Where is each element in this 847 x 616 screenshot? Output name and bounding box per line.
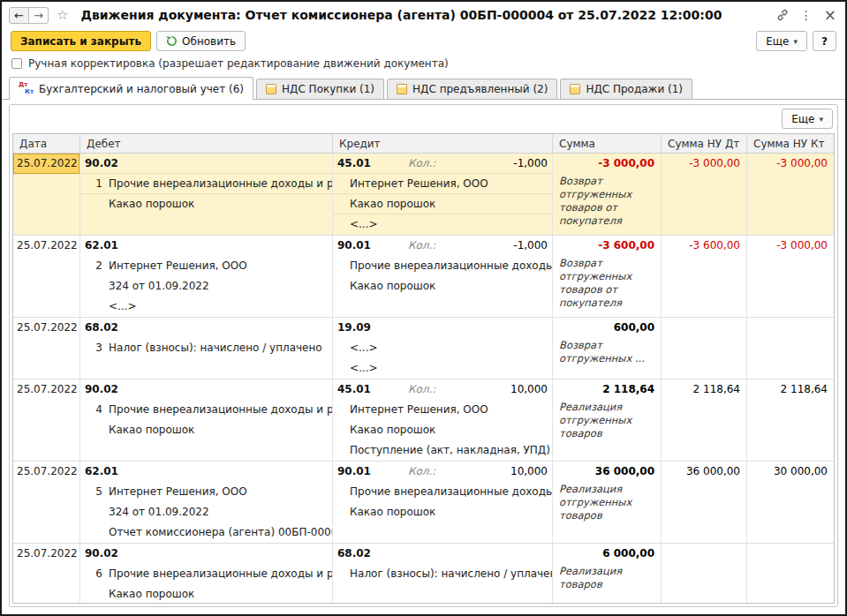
close-icon[interactable]: × xyxy=(824,8,836,23)
tab-3[interactable]: НДС предъявленный (2) xyxy=(387,79,557,99)
debit-detail: 5Интернет Решения, ООО xyxy=(80,482,332,502)
tab-2[interactable]: НДС Покупки (1) xyxy=(256,79,384,99)
more-label: Еще xyxy=(766,35,789,48)
debit-detail-text: Интернет Решения, ООО xyxy=(109,259,247,272)
debit-cell[interactable]: 90.021Прочие внереализационные доходы и … xyxy=(80,154,333,235)
refresh-button[interactable]: Обновить xyxy=(156,31,246,51)
column-header-1[interactable]: Дата xyxy=(13,134,80,153)
date-cell[interactable]: 25.07.2022 xyxy=(13,154,80,235)
debit-detail: 3Налог (взносы): начислено / уплачено xyxy=(80,338,332,358)
debit-cell[interactable]: 90.026Прочие внереализационные доходы и … xyxy=(80,544,333,603)
tab-4[interactable]: НДС Продажи (1) xyxy=(560,79,692,99)
row-number: 6 xyxy=(85,564,102,584)
debit-detail: 4Прочие внереализационные доходы и расхо… xyxy=(80,400,332,420)
toolbar: Записать и закрыть Обновить Еще ▾ ? xyxy=(2,28,845,54)
sum-nu-dt-cell[interactable]: 36 000,00 xyxy=(662,462,747,543)
credit-cell[interactable]: 19.09<...><...> xyxy=(333,318,553,379)
column-header-3[interactable]: Кредит xyxy=(333,134,553,153)
date-cell[interactable]: 25.07.2022 xyxy=(13,544,80,603)
credit-cell[interactable]: 90.01Кол.:-1,000Прочие внереализационные… xyxy=(333,236,553,317)
sum-value: -3 600,00 xyxy=(553,236,661,256)
column-header-2[interactable]: Дебет xyxy=(80,134,333,153)
date-cell[interactable]: 25.07.2022 xyxy=(13,236,80,317)
debit-account: 68.02 xyxy=(80,318,332,338)
table-row[interactable]: 25.07.202262.015Интернет Решения, ООО324… xyxy=(13,462,834,544)
credit-detail: Прочие внереализационные доходы и расход… xyxy=(333,482,552,502)
debit-cell[interactable]: 62.015Интернет Решения, ООО324 от 01.09.… xyxy=(80,462,333,543)
more-label: Еще xyxy=(791,113,814,125)
quantity-value: 10,000 xyxy=(435,462,548,482)
column-header-4[interactable]: Сумма xyxy=(553,134,662,153)
sum-cell[interactable]: 600,00Возврат отгруженных ... xyxy=(553,318,662,379)
date-cell[interactable]: 25.07.2022 xyxy=(13,318,80,379)
menu-dots-icon[interactable]: ⋮ xyxy=(800,9,813,21)
sum-nu-kt-cell[interactable]: -3 000,00 xyxy=(747,236,834,317)
sum-nu-kt-cell[interactable] xyxy=(747,544,834,603)
table-command-bar: Еще ▾ xyxy=(12,109,835,133)
date-value: 25.07.2022 xyxy=(13,154,79,174)
more-button-table[interactable]: Еще ▾ xyxy=(782,109,833,129)
credit-cell[interactable]: 90.01Кол.:10,000Прочие внереализационные… xyxy=(333,462,553,543)
sum-nu-dt-cell[interactable] xyxy=(662,544,747,603)
sum-nu-kt-cell[interactable]: 2 118,64 xyxy=(747,379,834,461)
operation-comment: Реализация отгруженных товаров xyxy=(553,400,661,442)
movements-table: ДатаДебетКредитСуммаСумма НУ ДтСумма НУ … xyxy=(12,133,835,604)
forward-button[interactable]: → xyxy=(28,7,49,24)
credit-cell[interactable]: 45.01Кол.:10,000Интернет Решения, ОООКак… xyxy=(333,379,553,461)
debit-account: 90.02 xyxy=(80,379,332,400)
sum-nu-dt-cell[interactable]: -3 000,00 xyxy=(662,154,747,235)
sum-nu-dt-value: -3 000,00 xyxy=(662,154,746,174)
debit-cell[interactable]: 68.023Налог (взносы): начислено / уплаче… xyxy=(80,318,333,379)
manual-correction-row: Ручная корректировка (разрешает редактир… xyxy=(2,54,845,72)
credit-account-line: 19.09 xyxy=(333,318,552,338)
debit-credit-icon: ДтКт xyxy=(19,82,34,95)
tab-1[interactable]: ДтКтБухгалтерский и налоговый учет (6) xyxy=(9,77,253,100)
document-icon xyxy=(570,84,580,94)
table-row[interactable]: 25.07.202290.021Прочие внереализационные… xyxy=(13,154,834,236)
sum-cell[interactable]: 2 118,64Реализация отгруженных товаров xyxy=(553,379,662,461)
manual-correction-checkbox[interactable] xyxy=(11,58,22,69)
column-header-5[interactable]: Сумма НУ Дт xyxy=(662,134,747,153)
get-link-icon[interactable] xyxy=(776,9,789,21)
document-icon xyxy=(397,84,407,94)
more-button-top[interactable]: Еще ▾ xyxy=(756,31,807,51)
sum-nu-kt-value: 30 000,00 xyxy=(747,462,834,482)
debit-cell[interactable]: 90.024Прочие внереализационные доходы и … xyxy=(80,379,333,461)
row-number: 2 xyxy=(85,256,102,276)
sum-nu-dt-cell[interactable]: 2 118,64 xyxy=(662,379,747,461)
credit-cell[interactable]: 68.02Налог (взносы): начислено / уплачен… xyxy=(333,544,553,603)
date-cell[interactable]: 25.07.2022 xyxy=(13,462,80,543)
sum-nu-dt-cell[interactable]: -3 600,00 xyxy=(662,236,747,317)
table-row[interactable]: 25.07.202268.023Налог (взносы): начислен… xyxy=(13,318,834,379)
sum-value: 2 118,64 xyxy=(553,379,661,400)
save-close-button[interactable]: Записать и закрыть xyxy=(11,31,151,51)
back-button[interactable]: ← xyxy=(9,7,29,24)
tab-label: НДС Продажи (1) xyxy=(586,83,683,95)
tab-content-box: Еще ▾ ДатаДебетКредитСуммаСумма НУ ДтСум… xyxy=(9,104,838,607)
table-row[interactable]: 25.07.202290.024Прочие внереализационные… xyxy=(13,379,834,462)
table-header: ДатаДебетКредитСуммаСумма НУ ДтСумма НУ … xyxy=(13,134,834,154)
kt-glyph: Кт xyxy=(25,89,34,95)
titlebar-actions: ⋮ × xyxy=(776,8,836,23)
sum-value: 600,00 xyxy=(553,318,661,338)
credit-cell[interactable]: 45.01Кол.:-1,000Интернет Решения, ОООКак… xyxy=(333,154,553,235)
sum-cell[interactable]: -3 600,00Возврат отгруженных товаров от … xyxy=(553,236,662,317)
credit-account-line: 90.01Кол.:10,000 xyxy=(333,462,552,482)
column-header-6[interactable]: Сумма НУ Кт xyxy=(747,134,834,153)
sum-cell[interactable]: 36 000,00Реализация отгруженных товаров xyxy=(553,462,662,543)
sum-nu-kt-value: 2 118,64 xyxy=(747,379,834,400)
sum-cell[interactable]: -3 000,00Возврат отгруженных товаров от … xyxy=(553,154,662,235)
help-button[interactable]: ? xyxy=(813,31,836,51)
sum-nu-dt-cell[interactable] xyxy=(662,318,747,379)
date-cell[interactable]: 25.07.2022 xyxy=(13,379,80,461)
sum-nu-kt-cell[interactable]: 30 000,00 xyxy=(747,462,834,543)
sum-nu-kt-cell[interactable] xyxy=(747,318,834,379)
table-row[interactable]: 25.07.202290.026Прочие внереализационные… xyxy=(13,544,834,603)
table-row[interactable]: 25.07.202262.012Интернет Решения, ООО324… xyxy=(13,236,834,318)
debit-cell[interactable]: 62.012Интернет Решения, ООО324 от 01.09.… xyxy=(80,236,333,317)
favorite-star-icon[interactable]: ☆ xyxy=(57,7,68,23)
quantity-value: 10,000 xyxy=(435,379,548,400)
sum-nu-kt-cell[interactable]: -3 000,00 xyxy=(747,154,834,235)
chevron-down-icon: ▾ xyxy=(793,37,798,46)
sum-cell[interactable]: 6 000,00Реализация товаров xyxy=(553,544,662,603)
